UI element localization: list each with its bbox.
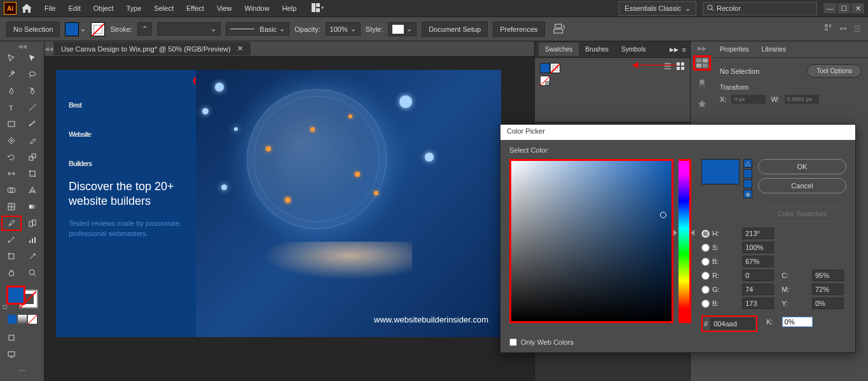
canvas-area[interactable]: ◀◀ Use Canva Design to Wix.png* @ 50% (R… [45, 41, 534, 381]
color-mode[interactable] [8, 315, 17, 324]
tab-close-icon[interactable]: ✕ [237, 45, 243, 53]
swatch-none[interactable] [540, 76, 550, 86]
draw-mode[interactable] [1, 330, 22, 345]
color-guide-icon[interactable] [693, 76, 711, 91]
swatch-fill[interactable] [540, 63, 550, 73]
y-input[interactable] [812, 298, 844, 309]
c-input[interactable] [812, 270, 844, 281]
free-transform-tool[interactable] [23, 166, 43, 181]
hex-input[interactable] [710, 318, 755, 329]
search-input[interactable] [717, 4, 813, 12]
artboard[interactable]: Best Website Builders Discover the top 2… [56, 70, 501, 337]
shape-builder-tool[interactable] [1, 183, 22, 198]
perspective-grid-tool[interactable] [23, 183, 43, 198]
screen-mode[interactable] [1, 347, 22, 362]
close-button[interactable]: ✕ [851, 3, 864, 13]
none-mode[interactable] [28, 315, 37, 324]
direct-selection-tool[interactable] [23, 50, 43, 66]
cancel-button[interactable]: Cancel [758, 178, 846, 193]
menu-select[interactable]: Select [148, 2, 180, 15]
symbol-sprayer-tool[interactable] [1, 232, 22, 247]
tab-properties[interactable]: Properties [713, 43, 755, 56]
b2-radio[interactable]: B: [701, 300, 737, 308]
align-icon[interactable] [553, 23, 565, 36]
list-icon[interactable] [853, 24, 862, 34]
b2-input[interactable] [742, 298, 774, 309]
h-input[interactable] [742, 228, 774, 239]
g-input[interactable] [742, 284, 774, 295]
blend-tool[interactable] [23, 216, 43, 231]
swatch-stroke[interactable] [550, 63, 560, 73]
menu-view[interactable]: View [210, 2, 238, 15]
w-input[interactable]: 0.0001 px [785, 95, 819, 104]
width-tool[interactable] [1, 166, 22, 181]
gradient-mode[interactable] [18, 315, 27, 324]
magic-wand-tool[interactable] [1, 67, 22, 82]
mesh-tool[interactable] [1, 199, 22, 214]
curvature-tool[interactable] [23, 83, 43, 99]
tab-symbols[interactable]: Symbols [615, 43, 652, 56]
shaper-tool[interactable] [1, 133, 22, 148]
m-input[interactable] [812, 284, 844, 295]
line-tool[interactable] [23, 100, 43, 115]
rotate-tool[interactable] [1, 149, 22, 165]
snap-icon[interactable] [839, 24, 848, 34]
arrange-icon[interactable] [312, 3, 324, 13]
h-radio[interactable]: H: [701, 230, 737, 238]
preferences-button[interactable]: Preferences [493, 22, 544, 37]
eraser-tool[interactable] [23, 133, 43, 148]
slice-tool[interactable] [23, 249, 43, 264]
g-radio[interactable]: G: [701, 286, 737, 294]
tool-options-button[interactable]: Tool Options [807, 64, 862, 78]
app-logo[interactable]: Ai [4, 2, 17, 15]
toolbar-handle[interactable]: ◀◀ [1, 44, 43, 49]
r-radio[interactable]: R: [701, 272, 737, 280]
ok-button[interactable]: OK [758, 159, 846, 174]
paintbrush-tool[interactable] [23, 116, 43, 132]
selection-tool[interactable] [1, 50, 22, 66]
eyedropper-tool[interactable] [1, 216, 22, 231]
tabs-collapse[interactable]: ◀◀ [45, 41, 53, 57]
color-swatches-button[interactable]: Color Swatches [758, 206, 846, 221]
color-field[interactable] [509, 159, 673, 323]
panel-menu-icon[interactable]: ≡ [682, 46, 686, 53]
r-input[interactable] [742, 270, 774, 281]
menu-file[interactable]: File [38, 2, 62, 15]
maximize-button[interactable]: ☐ [837, 3, 850, 13]
stroke-weight[interactable]: ⌃ [137, 22, 152, 36]
lasso-tool[interactable] [23, 67, 43, 82]
pen-tool[interactable] [1, 83, 22, 99]
zoom-tool[interactable] [23, 265, 43, 281]
fill-swatch[interactable] [65, 22, 79, 36]
grid-icon[interactable] [825, 24, 834, 34]
gradient-tool[interactable] [23, 199, 43, 214]
brush-def[interactable]: Basic⌄ [226, 22, 289, 36]
menu-help[interactable]: Help [276, 2, 303, 15]
edit-toolbar[interactable]: ⋯ [1, 363, 42, 378]
tab-libraries[interactable]: Libraries [755, 43, 792, 56]
type-tool[interactable]: T [1, 100, 22, 115]
fill-stroke-indicator[interactable]: ◻ [6, 286, 38, 308]
scale-tool[interactable] [23, 149, 43, 165]
menu-edit[interactable]: Edit [62, 2, 87, 15]
list-view-icon[interactable] [663, 62, 672, 72]
grid-view-icon[interactable] [676, 62, 685, 72]
tab-swatches[interactable]: Swatches [539, 43, 579, 56]
cube-icon[interactable]: ◈ [743, 190, 752, 198]
home-icon[interactable] [20, 2, 33, 15]
artboard-tool[interactable] [1, 249, 22, 264]
workspace-switcher[interactable]: Essentials Classic ⌄ [619, 1, 696, 16]
menu-window[interactable]: Window [238, 2, 276, 15]
hue-cursor[interactable] [673, 230, 694, 236]
minimize-button[interactable]: — [823, 3, 836, 13]
chevron-down-icon[interactable]: ⌄ [80, 25, 86, 33]
variable-width[interactable]: ⌄ [157, 22, 221, 36]
x-input[interactable]: 0 px [731, 95, 766, 104]
hand-tool[interactable] [1, 265, 22, 281]
opacity-input[interactable]: 100%⌄ [326, 22, 361, 36]
dock-handle[interactable]: ▶▶ [698, 45, 706, 50]
menu-object[interactable]: Object [87, 2, 120, 15]
b-radio[interactable]: B: [701, 258, 737, 266]
panel-expand-icon[interactable]: ▶▶ [670, 46, 679, 53]
style-dropdown[interactable]: ⌄ [388, 22, 417, 36]
